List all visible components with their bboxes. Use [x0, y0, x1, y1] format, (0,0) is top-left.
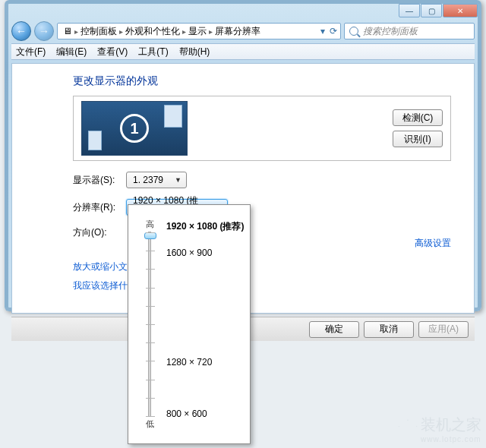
titlebar: — ▢ ✕	[8, 4, 478, 21]
slider-low-label: 低	[146, 418, 154, 430]
breadcrumb-seg[interactable]: 显示	[186, 25, 209, 38]
ok-button[interactable]: 确定	[309, 321, 359, 338]
identify-button[interactable]: 识别(I)	[393, 131, 443, 147]
resolution-option[interactable]: 800 × 600	[166, 409, 207, 419]
resolution-option[interactable]: 1600 × 900	[166, 248, 212, 258]
monitor-preview[interactable]: 1	[81, 101, 188, 156]
address-bar[interactable]: 🖥 ▸ 控制面板 ▸ 外观和个性化 ▸ 显示 ▸ 屏幕分辨率 ▾ ⟳	[57, 23, 341, 39]
watermark-sub: www.lotpc.com	[421, 435, 481, 443]
minimize-button[interactable]: —	[399, 4, 420, 17]
chevron-down-icon: ▼	[175, 176, 181, 184]
detect-button[interactable]: 检测(C)	[393, 109, 443, 126]
star-icon	[398, 419, 418, 439]
advanced-settings-link[interactable]: 高级设置	[415, 237, 451, 250]
monitor-number-badge: 1	[120, 114, 149, 143]
menu-edit[interactable]: 编辑(E)	[56, 46, 87, 58]
page-title: 更改显示器的外观	[73, 74, 451, 88]
nav-back-button[interactable]: ←	[11, 21, 31, 41]
nav-row: ← → 🖥 ▸ 控制面板 ▸ 外观和个性化 ▸ 显示 ▸ 屏幕分辨率 ▾ ⟳ 搜…	[11, 21, 475, 42]
slider-track[interactable]	[148, 232, 151, 417]
breadcrumb-seg[interactable]: 控制面板	[78, 25, 119, 38]
maximize-button[interactable]: ▢	[421, 4, 442, 17]
display-value: 1. 2379	[133, 175, 163, 185]
slider-high-label: 高	[146, 219, 154, 230]
refresh-icon[interactable]: ⟳	[330, 26, 337, 36]
resolution-popup: 高 低 1920 × 1080 (推荐) 1600 × 900 1280 × 7…	[128, 204, 251, 444]
apply-button[interactable]: 应用(A)	[418, 321, 469, 338]
search-placeholder: 搜索控制面板	[363, 25, 418, 38]
breadcrumb-seg[interactable]: 外观和个性化	[123, 25, 182, 38]
search-input[interactable]: 搜索控制面板	[344, 23, 475, 39]
orientation-label: 方向(O):	[73, 226, 126, 239]
menu-bar: 文件(F) 编辑(E) 查看(V) 工具(T) 帮助(H)	[11, 43, 475, 60]
display-label: 显示器(S):	[73, 174, 126, 187]
menu-tools[interactable]: 工具(T)	[138, 46, 168, 58]
address-icon: 🖥	[61, 26, 74, 36]
cancel-button[interactable]: 取消	[364, 321, 414, 338]
slider-thumb[interactable]	[144, 232, 156, 239]
resolution-option[interactable]: 1280 × 720	[166, 357, 212, 368]
resolution-option[interactable]: 1920 × 1080 (推荐)	[166, 220, 244, 233]
window-thumb	[164, 105, 182, 128]
window-thumb	[88, 131, 102, 150]
search-icon	[349, 27, 358, 36]
watermark-title: 装机之家	[421, 416, 481, 433]
resolution-slider[interactable]: 高 低	[142, 219, 157, 430]
display-dropdown[interactable]: 1. 2379 ▼	[126, 172, 187, 188]
breadcrumb-seg[interactable]: 屏幕分辨率	[213, 25, 263, 38]
nav-forward-button[interactable]: →	[34, 21, 54, 41]
chevron-down-icon[interactable]: ▾	[320, 26, 325, 36]
menu-view[interactable]: 查看(V)	[97, 46, 128, 58]
watermark: 装机之家 www.lotpc.com	[398, 415, 481, 443]
menu-help[interactable]: 帮助(H)	[179, 46, 210, 58]
monitor-preview-box: 1 检测(C) 识别(I)	[73, 96, 451, 161]
close-button[interactable]: ✕	[443, 4, 478, 17]
menu-file[interactable]: 文件(F)	[16, 46, 46, 58]
resolution-label: 分辨率(R):	[73, 201, 126, 214]
